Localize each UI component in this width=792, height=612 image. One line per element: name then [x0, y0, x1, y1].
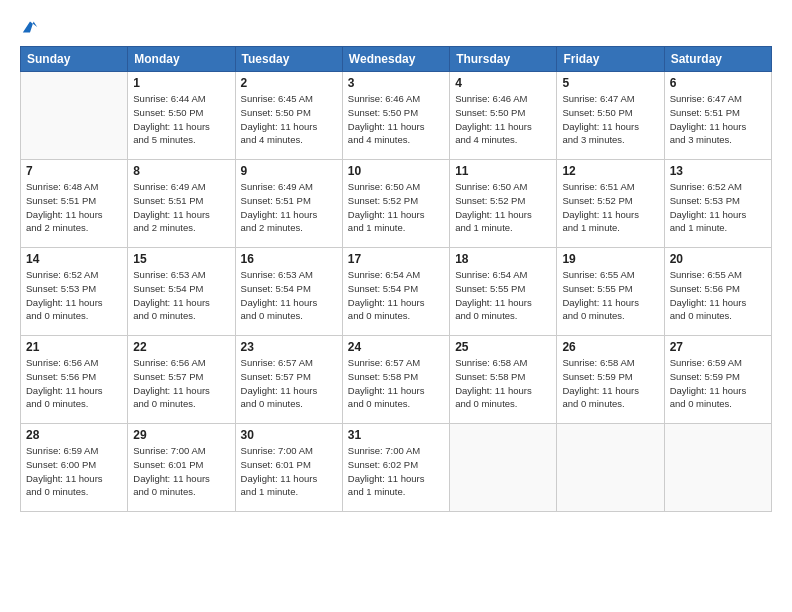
day-number: 26 — [562, 340, 658, 354]
cell-info: Sunrise: 6:48 AM Sunset: 5:51 PM Dayligh… — [26, 180, 122, 235]
calendar-cell — [664, 424, 771, 512]
calendar-cell: 18Sunrise: 6:54 AM Sunset: 5:55 PM Dayli… — [450, 248, 557, 336]
cell-info: Sunrise: 6:53 AM Sunset: 5:54 PM Dayligh… — [133, 268, 229, 323]
weekday-header: Wednesday — [342, 47, 449, 72]
day-number: 19 — [562, 252, 658, 266]
weekday-header: Monday — [128, 47, 235, 72]
weekday-header: Sunday — [21, 47, 128, 72]
calendar-cell: 23Sunrise: 6:57 AM Sunset: 5:57 PM Dayli… — [235, 336, 342, 424]
page: SundayMondayTuesdayWednesdayThursdayFrid… — [0, 0, 792, 612]
day-number: 17 — [348, 252, 444, 266]
day-number: 16 — [241, 252, 337, 266]
cell-info: Sunrise: 6:59 AM Sunset: 5:59 PM Dayligh… — [670, 356, 766, 411]
cell-info: Sunrise: 6:49 AM Sunset: 5:51 PM Dayligh… — [241, 180, 337, 235]
cell-info: Sunrise: 6:57 AM Sunset: 5:58 PM Dayligh… — [348, 356, 444, 411]
cell-info: Sunrise: 6:54 AM Sunset: 5:54 PM Dayligh… — [348, 268, 444, 323]
calendar-cell: 2Sunrise: 6:45 AM Sunset: 5:50 PM Daylig… — [235, 72, 342, 160]
cell-info: Sunrise: 6:55 AM Sunset: 5:56 PM Dayligh… — [670, 268, 766, 323]
calendar-cell: 26Sunrise: 6:58 AM Sunset: 5:59 PM Dayli… — [557, 336, 664, 424]
day-number: 5 — [562, 76, 658, 90]
calendar-cell: 1Sunrise: 6:44 AM Sunset: 5:50 PM Daylig… — [128, 72, 235, 160]
day-number: 25 — [455, 340, 551, 354]
calendar-cell: 5Sunrise: 6:47 AM Sunset: 5:50 PM Daylig… — [557, 72, 664, 160]
calendar-cell — [450, 424, 557, 512]
day-number: 29 — [133, 428, 229, 442]
logo — [20, 18, 39, 36]
cell-info: Sunrise: 6:49 AM Sunset: 5:51 PM Dayligh… — [133, 180, 229, 235]
day-number: 20 — [670, 252, 766, 266]
day-number: 24 — [348, 340, 444, 354]
calendar-cell: 28Sunrise: 6:59 AM Sunset: 6:00 PM Dayli… — [21, 424, 128, 512]
cell-info: Sunrise: 6:50 AM Sunset: 5:52 PM Dayligh… — [455, 180, 551, 235]
cell-info: Sunrise: 6:56 AM Sunset: 5:56 PM Dayligh… — [26, 356, 122, 411]
day-number: 13 — [670, 164, 766, 178]
day-number: 28 — [26, 428, 122, 442]
cell-info: Sunrise: 6:52 AM Sunset: 5:53 PM Dayligh… — [26, 268, 122, 323]
cell-info: Sunrise: 6:54 AM Sunset: 5:55 PM Dayligh… — [455, 268, 551, 323]
cell-info: Sunrise: 7:00 AM Sunset: 6:01 PM Dayligh… — [241, 444, 337, 499]
header — [20, 18, 772, 36]
calendar-cell: 6Sunrise: 6:47 AM Sunset: 5:51 PM Daylig… — [664, 72, 771, 160]
calendar-cell: 17Sunrise: 6:54 AM Sunset: 5:54 PM Dayli… — [342, 248, 449, 336]
calendar-week-row: 28Sunrise: 6:59 AM Sunset: 6:00 PM Dayli… — [21, 424, 772, 512]
cell-info: Sunrise: 7:00 AM Sunset: 6:02 PM Dayligh… — [348, 444, 444, 499]
calendar-cell: 24Sunrise: 6:57 AM Sunset: 5:58 PM Dayli… — [342, 336, 449, 424]
cell-info: Sunrise: 6:53 AM Sunset: 5:54 PM Dayligh… — [241, 268, 337, 323]
day-number: 6 — [670, 76, 766, 90]
calendar-week-row: 21Sunrise: 6:56 AM Sunset: 5:56 PM Dayli… — [21, 336, 772, 424]
day-number: 1 — [133, 76, 229, 90]
day-number: 21 — [26, 340, 122, 354]
weekday-header: Tuesday — [235, 47, 342, 72]
day-number: 10 — [348, 164, 444, 178]
day-number: 7 — [26, 164, 122, 178]
cell-info: Sunrise: 6:45 AM Sunset: 5:50 PM Dayligh… — [241, 92, 337, 147]
cell-info: Sunrise: 6:59 AM Sunset: 6:00 PM Dayligh… — [26, 444, 122, 499]
cell-info: Sunrise: 6:46 AM Sunset: 5:50 PM Dayligh… — [455, 92, 551, 147]
day-number: 9 — [241, 164, 337, 178]
calendar-cell — [21, 72, 128, 160]
calendar-cell: 8Sunrise: 6:49 AM Sunset: 5:51 PM Daylig… — [128, 160, 235, 248]
cell-info: Sunrise: 6:52 AM Sunset: 5:53 PM Dayligh… — [670, 180, 766, 235]
calendar-cell: 29Sunrise: 7:00 AM Sunset: 6:01 PM Dayli… — [128, 424, 235, 512]
day-number: 27 — [670, 340, 766, 354]
day-number: 30 — [241, 428, 337, 442]
cell-info: Sunrise: 6:46 AM Sunset: 5:50 PM Dayligh… — [348, 92, 444, 147]
cell-info: Sunrise: 6:55 AM Sunset: 5:55 PM Dayligh… — [562, 268, 658, 323]
calendar-week-row: 14Sunrise: 6:52 AM Sunset: 5:53 PM Dayli… — [21, 248, 772, 336]
cell-info: Sunrise: 6:44 AM Sunset: 5:50 PM Dayligh… — [133, 92, 229, 147]
day-number: 3 — [348, 76, 444, 90]
calendar-cell: 15Sunrise: 6:53 AM Sunset: 5:54 PM Dayli… — [128, 248, 235, 336]
day-number: 12 — [562, 164, 658, 178]
svg-marker-0 — [23, 22, 37, 33]
weekday-header: Thursday — [450, 47, 557, 72]
weekday-header: Friday — [557, 47, 664, 72]
calendar-cell: 30Sunrise: 7:00 AM Sunset: 6:01 PM Dayli… — [235, 424, 342, 512]
day-number: 11 — [455, 164, 551, 178]
cell-info: Sunrise: 6:58 AM Sunset: 5:59 PM Dayligh… — [562, 356, 658, 411]
cell-info: Sunrise: 6:47 AM Sunset: 5:51 PM Dayligh… — [670, 92, 766, 147]
calendar-cell: 21Sunrise: 6:56 AM Sunset: 5:56 PM Dayli… — [21, 336, 128, 424]
calendar-cell: 14Sunrise: 6:52 AM Sunset: 5:53 PM Dayli… — [21, 248, 128, 336]
cell-info: Sunrise: 6:57 AM Sunset: 5:57 PM Dayligh… — [241, 356, 337, 411]
cell-info: Sunrise: 7:00 AM Sunset: 6:01 PM Dayligh… — [133, 444, 229, 499]
calendar-cell: 12Sunrise: 6:51 AM Sunset: 5:52 PM Dayli… — [557, 160, 664, 248]
day-number: 8 — [133, 164, 229, 178]
calendar-cell: 16Sunrise: 6:53 AM Sunset: 5:54 PM Dayli… — [235, 248, 342, 336]
day-number: 23 — [241, 340, 337, 354]
calendar-cell: 11Sunrise: 6:50 AM Sunset: 5:52 PM Dayli… — [450, 160, 557, 248]
cell-info: Sunrise: 6:47 AM Sunset: 5:50 PM Dayligh… — [562, 92, 658, 147]
day-number: 4 — [455, 76, 551, 90]
cell-info: Sunrise: 6:58 AM Sunset: 5:58 PM Dayligh… — [455, 356, 551, 411]
day-number: 22 — [133, 340, 229, 354]
cell-info: Sunrise: 6:50 AM Sunset: 5:52 PM Dayligh… — [348, 180, 444, 235]
day-number: 15 — [133, 252, 229, 266]
calendar-cell: 13Sunrise: 6:52 AM Sunset: 5:53 PM Dayli… — [664, 160, 771, 248]
calendar-cell: 20Sunrise: 6:55 AM Sunset: 5:56 PM Dayli… — [664, 248, 771, 336]
calendar-cell — [557, 424, 664, 512]
calendar-cell: 22Sunrise: 6:56 AM Sunset: 5:57 PM Dayli… — [128, 336, 235, 424]
logo-icon — [21, 18, 39, 36]
calendar-cell: 19Sunrise: 6:55 AM Sunset: 5:55 PM Dayli… — [557, 248, 664, 336]
day-number: 14 — [26, 252, 122, 266]
calendar-cell: 27Sunrise: 6:59 AM Sunset: 5:59 PM Dayli… — [664, 336, 771, 424]
calendar-cell: 7Sunrise: 6:48 AM Sunset: 5:51 PM Daylig… — [21, 160, 128, 248]
